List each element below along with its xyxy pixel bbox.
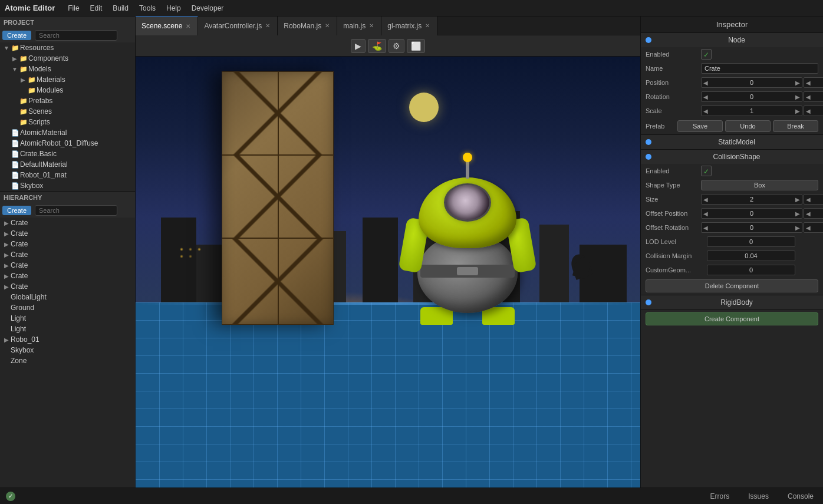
hierarchy-crate-1[interactable]: ▶ Crate [0,218,135,228]
tree-robot-mat[interactable]: 📄 Robot_01_mat [0,170,135,180]
prefab-break-button[interactable]: Break [773,120,818,132]
tree-atomic-robot-diffuse[interactable]: 📄 AtomicRobot_01_Diffuse [0,138,135,149]
node-section-header[interactable]: Node [641,33,823,47]
offset-rot-y-left-arrow[interactable]: ◀ [804,225,812,231]
offset-pos-x-input[interactable] [710,209,794,218]
hierarchy-light-2[interactable]: Light [0,324,135,334]
rotation-x-right-arrow[interactable]: ▶ [794,94,802,100]
tab-avatar-controller[interactable]: AvatarController.js ✕ [198,17,278,35]
hierarchy-crate-2[interactable]: ▶ Crate [0,228,135,239]
collision-header[interactable]: CollisionShape [641,150,823,164]
scale-y-input[interactable] [812,106,823,116]
position-y-input[interactable] [812,78,823,87]
tree-components[interactable]: ▶ 📁 Components [0,53,135,64]
static-model-header[interactable]: StaticModel [641,135,823,149]
size-y-input[interactable] [812,195,823,204]
tree-scripts[interactable]: 📁 Scripts [0,117,135,127]
menu-edit[interactable]: Edit [85,3,107,14]
node-enabled-checkbox[interactable]: ✓ [701,49,712,60]
size-x-left-arrow[interactable]: ◀ [702,196,710,203]
hierarchy-ground[interactable]: Ground [0,302,135,313]
tree-atomic-material[interactable]: 📄 AtomicMaterial [0,127,135,138]
hierarchy-skybox[interactable]: Skybox [0,345,135,355]
tree-default-material[interactable]: 📄 DefaultMaterial [0,159,135,170]
tab-scene-close-icon[interactable]: ✕ [185,23,192,29]
offset-rot-x-left-arrow[interactable]: ◀ [702,225,710,231]
rotation-x-left-arrow[interactable]: ◀ [702,94,710,100]
shape-type-button[interactable]: Box [701,180,818,190]
offset-pos-x-left-arrow[interactable]: ◀ [702,210,710,217]
hierarchy-light-1[interactable]: Light [0,313,135,324]
custom-geom-input[interactable] [707,265,795,275]
collision-enabled-checkbox[interactable]: ✓ [701,166,712,176]
tree-resources[interactable]: ▼ 📁 Resources [0,42,135,53]
hierarchy-global-light[interactable]: GlobalLight [0,292,135,302]
tree-scenes[interactable]: 📁 Scenes [0,106,135,117]
offset-pos-y-left-arrow[interactable]: ◀ [804,210,812,217]
hierarchy-crate-3[interactable]: ▶ Crate [0,239,135,249]
project-search-input[interactable] [35,30,117,41]
tree-models[interactable]: ▼ 📁 Models [0,64,135,74]
position-x-right-arrow[interactable]: ▶ [794,80,802,86]
offset-rot-x-input[interactable] [710,223,794,232]
collision-margin-input[interactable] [707,251,795,261]
menu-build[interactable]: Build [108,3,133,14]
rigid-body-header[interactable]: RigidBody [641,295,823,309]
offset-pos-x-right-arrow[interactable]: ▶ [794,210,802,217]
tab-main[interactable]: main.js ✕ [337,17,381,35]
status-tab-errors[interactable]: Errors [707,491,733,502]
position-x-left-arrow[interactable]: ◀ [702,80,710,86]
project-create-button[interactable]: Create [2,31,31,40]
rotation-y-input[interactable] [812,92,823,101]
stop-button[interactable]: ⬜ [407,39,425,53]
settings-button[interactable]: ⚙ [389,39,404,53]
offset-rot-y-input[interactable] [812,223,823,232]
scale-x-left-arrow[interactable]: ◀ [702,108,710,114]
node-name-input[interactable] [701,63,818,74]
tree-crate-basic[interactable]: 📄 Crate.Basic [0,149,135,159]
hierarchy-crate-4[interactable]: ▶ Crate [0,249,135,260]
size-x-input[interactable] [710,195,794,204]
prefab-save-button[interactable]: Save [677,120,723,132]
tab-main-close-icon[interactable]: ✕ [368,22,375,29]
hierarchy-search-input[interactable] [35,205,117,216]
rotation-y-left-arrow[interactable]: ◀ [804,94,812,100]
offset-pos-y-input[interactable] [812,209,823,218]
menu-help[interactable]: Help [162,3,186,14]
delete-component-button[interactable]: Delete Component [646,279,818,292]
tab-roboman[interactable]: RoboMan.js ✕ [278,17,337,35]
tab-avatar-close-icon[interactable]: ✕ [264,22,271,29]
position-y-left-arrow[interactable]: ◀ [804,80,812,86]
tab-gl-matrix-close-icon[interactable]: ✕ [424,22,431,29]
tab-scene[interactable]: Scene.scene ✕ [136,17,198,35]
size-y-left-arrow[interactable]: ◀ [804,196,812,203]
flag-button[interactable]: ⛳ [368,39,386,53]
status-tab-issues[interactable]: Issues [745,491,772,502]
create-component-button[interactable]: Create Component [646,312,818,325]
hierarchy-zone[interactable]: Zone [0,355,135,366]
viewport[interactable]: 512×512 [136,57,640,504]
hierarchy-crate-5[interactable]: ▶ Crate [0,260,135,271]
tab-roboman-close-icon[interactable]: ✕ [324,22,331,29]
lod-input[interactable] [707,236,795,247]
hierarchy-create-button[interactable]: Create [2,206,31,215]
tree-skybox[interactable]: 📄 Skybox [0,180,135,191]
hierarchy-crate-7[interactable]: ▶ Crate [0,281,135,292]
menu-file[interactable]: File [63,3,84,14]
offset-rot-x-right-arrow[interactable]: ▶ [794,225,802,231]
position-x-input[interactable] [710,78,794,87]
menu-tools[interactable]: Tools [134,3,160,14]
tab-gl-matrix[interactable]: gl-matrix.js ✕ [381,17,437,35]
status-tab-console[interactable]: Console [784,491,817,502]
play-button[interactable]: ▶ [351,39,366,53]
size-x-right-arrow[interactable]: ▶ [794,196,802,203]
scale-x-right-arrow[interactable]: ▶ [794,108,802,114]
prefab-undo-button[interactable]: Undo [725,120,771,132]
hierarchy-robo-01[interactable]: ▶ Robo_01 [0,334,135,345]
rotation-x-input[interactable] [710,92,794,101]
menu-developer[interactable]: Developer [187,3,229,14]
scale-x-input[interactable] [710,106,794,116]
scale-y-left-arrow[interactable]: ◀ [804,108,812,114]
tree-modules[interactable]: 📁 Modules [0,85,135,95]
tree-prefabs[interactable]: 📁 Prefabs [0,95,135,106]
